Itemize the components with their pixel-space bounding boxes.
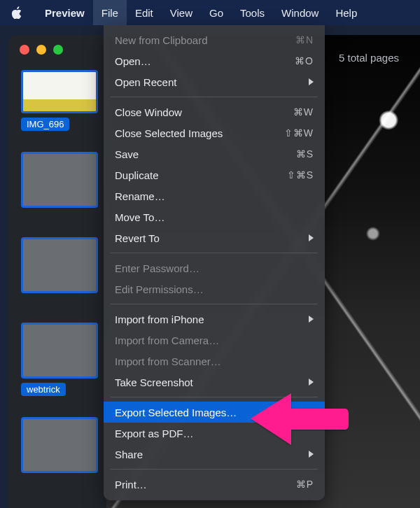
- menu-item-edit-permissions: Edit Permissions…: [104, 278, 325, 299]
- menu-item-save[interactable]: Save⌘S: [104, 143, 325, 164]
- menubar-app-name[interactable]: Preview: [36, 0, 93, 25]
- menu-item-export-selected-images[interactable]: Export Selected Images…: [104, 402, 325, 423]
- thumbnail[interactable]: [21, 323, 98, 379]
- menubar-item-go[interactable]: Go: [201, 0, 232, 25]
- menu-item-print[interactable]: Print…⌘P: [104, 474, 325, 495]
- thumbnail[interactable]: [21, 417, 98, 473]
- thumbnail[interactable]: [21, 237, 98, 293]
- menu-shortcut: ⌘S: [296, 148, 314, 160]
- menu-item-label: Enter Password…: [115, 262, 314, 274]
- thumbnail[interactable]: [21, 152, 98, 208]
- menu-item-label: Take Screenshot: [115, 376, 309, 388]
- close-icon[interactable]: [20, 45, 29, 55]
- menu-item-new-from-clipboard: New from Clipboard⌘N: [104, 29, 325, 50]
- menu-separator: [111, 397, 318, 397]
- menu-item-label: Import from Camera…: [115, 334, 314, 346]
- menu-item-label: Rename…: [115, 190, 314, 202]
- minimize-icon[interactable]: [36, 45, 46, 55]
- menu-item-label: New from Clipboard: [115, 34, 295, 46]
- menu-item-rename[interactable]: Rename…: [104, 185, 325, 206]
- chevron-right-icon: [309, 379, 314, 386]
- menu-item-enter-password: Enter Password…: [104, 257, 325, 278]
- menu-item-open[interactable]: Open…⌘O: [104, 50, 325, 71]
- menu-item-import-from-iphone[interactable]: Import from iPhone: [104, 309, 325, 330]
- menu-item-share[interactable]: Share: [104, 444, 325, 465]
- menu-item-move-to[interactable]: Move To…: [104, 206, 325, 227]
- menu-item-label: Import from iPhone: [115, 313, 309, 325]
- menu-item-label: Export as PDF…: [115, 428, 314, 439]
- menu-separator: [111, 469, 318, 470]
- menu-shortcut: ⇧⌘S: [287, 169, 314, 181]
- menu-item-label: Save: [115, 148, 296, 160]
- menu-item-close-selected-images[interactable]: Close Selected Images⇧⌘W: [104, 122, 325, 143]
- menu-shortcut: ⌘O: [295, 55, 314, 66]
- file-menu: New from Clipboard⌘NOpen…⌘OOpen RecentCl…: [104, 25, 325, 500]
- chevron-right-icon: [309, 316, 314, 323]
- menu-separator: [111, 304, 318, 304]
- apple-logo-icon[interactable]: [11, 6, 22, 19]
- menu-item-open-recent[interactable]: Open Recent: [104, 71, 325, 92]
- fullscreen-icon[interactable]: [53, 45, 63, 55]
- menubar-item-view[interactable]: View: [162, 0, 201, 25]
- menu-shortcut: ⌘P: [296, 479, 314, 490]
- menu-item-export-as-pdf[interactable]: Export as PDF…: [104, 423, 325, 444]
- menu-item-label: Close Window: [115, 106, 293, 118]
- menu-item-label: Import from Scanner…: [115, 355, 314, 367]
- menu-item-label: Duplicate: [115, 169, 287, 181]
- menu-item-label: Share: [115, 449, 309, 460]
- menu-shortcut: ⌘N: [295, 34, 314, 45]
- menu-item-label: Print…: [115, 479, 296, 491]
- thumbnail-sidebar: IMG_696 webtrick: [21, 70, 105, 477]
- menu-item-label: Move To…: [115, 211, 314, 223]
- chevron-right-icon: [309, 234, 314, 241]
- menubar-item-tools[interactable]: Tools: [232, 0, 273, 25]
- page-count-label: 5 total pages: [339, 52, 399, 64]
- menu-item-label: Export Selected Images…: [115, 407, 314, 418]
- menu-item-label: Open…: [115, 55, 295, 67]
- menu-item-label: Open Recent: [115, 76, 309, 88]
- menu-item-close-window[interactable]: Close Window⌘W: [104, 101, 325, 122]
- menu-item-revert-to[interactable]: Revert To: [104, 227, 325, 248]
- menubar-item-file[interactable]: File: [93, 0, 127, 25]
- menu-shortcut: ⌘W: [293, 106, 314, 118]
- menu-item-import-from-scanner: Import from Scanner…: [104, 351, 325, 372]
- menu-separator: [111, 97, 318, 97]
- thumbnail-label: IMG_696: [21, 118, 69, 131]
- menu-separator: [111, 253, 318, 253]
- menu-item-import-from-camera: Import from Camera…: [104, 330, 325, 351]
- chevron-right-icon: [309, 451, 314, 458]
- menubar-item-help[interactable]: Help: [327, 0, 365, 25]
- menubar-item-edit[interactable]: Edit: [127, 0, 162, 25]
- menu-item-label: Revert To: [115, 232, 309, 244]
- menu-shortcut: ⇧⌘W: [284, 127, 314, 139]
- menu-item-take-screenshot[interactable]: Take Screenshot: [104, 372, 325, 393]
- thumbnail[interactable]: [21, 70, 98, 113]
- thumbnail-label: webtrick: [21, 383, 66, 396]
- menu-item-label: Close Selected Images: [115, 127, 284, 139]
- window-controls: [20, 45, 63, 55]
- menu-item-label: Edit Permissions…: [115, 283, 314, 295]
- menubar-item-window[interactable]: Window: [273, 0, 327, 25]
- menu-item-duplicate[interactable]: Duplicate⇧⌘S: [104, 164, 325, 185]
- chevron-right-icon: [309, 78, 314, 85]
- menubar: Preview File Edit View Go Tools Window H…: [0, 0, 420, 25]
